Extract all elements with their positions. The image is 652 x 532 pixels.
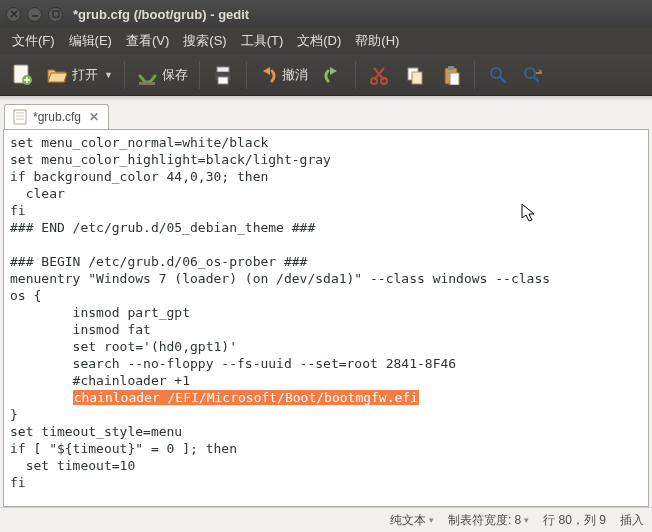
menubar: 文件(F) 编辑(E) 查看(V) 搜索(S) 工具(T) 文档(D) 帮助(H… [0,28,652,54]
maximize-icon [52,10,60,18]
tab-close-button[interactable]: ✕ [87,111,100,124]
undo-button[interactable]: 撤消 [254,59,312,91]
chevron-down-icon: ▼ [104,70,113,80]
menu-help[interactable]: 帮助(H) [349,29,405,53]
cut-button[interactable] [363,59,395,91]
new-button[interactable] [6,59,38,91]
find-replace-icon [523,65,545,85]
new-file-icon [11,63,33,87]
toolbar: 打开 ▼ 保存 撤消 [0,54,652,96]
copy-button[interactable] [399,59,431,91]
separator [199,61,200,89]
svg-rect-4 [217,67,229,72]
tabbar: *grub.cfg ✕ [0,101,652,129]
menu-docs[interactable]: 文档(D) [291,29,347,53]
paste-button[interactable] [435,59,467,91]
svg-rect-6 [218,77,228,84]
titlebar: *grub.cfg (/boot/grub) - gedit [0,0,652,28]
minimize-window-button[interactable] [27,7,42,22]
tabwidth-text: 制表符宽度: 8 [448,512,521,529]
svg-rect-0 [53,11,59,17]
copy-icon [405,65,425,85]
menu-edit[interactable]: 编辑(E) [63,29,118,53]
paste-icon [441,65,461,85]
document-tab[interactable]: *grub.cfg ✕ [4,104,109,129]
syntax-selector[interactable]: 纯文本 [390,512,434,529]
save-label: 保存 [162,66,188,84]
maximize-window-button[interactable] [48,7,63,22]
insert-mode[interactable]: 插入 [620,512,644,529]
redo-icon [322,65,342,85]
minimize-icon [31,10,39,18]
cursor-position: 行 80，列 9 [543,512,606,529]
editor-area[interactable]: set menu_color_normal=white/black set me… [3,129,649,507]
svg-rect-13 [450,73,459,85]
separator [246,61,247,89]
editor-content[interactable]: set menu_color_normal=white/black set me… [4,130,648,495]
open-label: 打开 [72,66,98,84]
statusbar: 纯文本 制表符宽度: 8 行 80，列 9 插入 [0,507,652,532]
menu-file[interactable]: 文件(F) [6,29,61,53]
find-replace-button[interactable] [518,59,550,91]
cut-icon [369,65,389,85]
open-button[interactable]: 打开 ▼ [42,59,117,91]
close-window-button[interactable] [6,7,21,22]
syntax-label: 纯文本 [390,512,426,529]
menu-tools[interactable]: 工具(T) [235,29,290,53]
separator [474,61,475,89]
open-folder-icon [46,64,68,86]
svg-point-7 [371,78,377,84]
menu-view[interactable]: 查看(V) [120,29,175,53]
menu-search[interactable]: 搜索(S) [177,29,232,53]
svg-point-8 [381,78,387,84]
tab-label: *grub.cfg [33,110,81,124]
print-icon [212,64,234,86]
svg-rect-16 [14,110,26,124]
svg-rect-3 [139,82,155,85]
save-button[interactable]: 保存 [132,59,192,91]
save-icon [136,64,158,86]
find-icon [488,65,508,85]
window-controls [6,7,63,22]
undo-label: 撤消 [282,66,308,84]
svg-rect-10 [412,72,422,84]
find-button[interactable] [482,59,514,91]
undo-icon [258,65,278,85]
tabwidth-selector[interactable]: 制表符宽度: 8 [448,512,529,529]
file-icon [13,109,27,125]
svg-rect-12 [448,66,454,70]
close-icon [10,10,18,18]
separator [124,61,125,89]
print-button[interactable] [207,59,239,91]
window-title: *grub.cfg (/boot/grub) - gedit [73,7,249,22]
redo-button[interactable] [316,59,348,91]
separator [355,61,356,89]
